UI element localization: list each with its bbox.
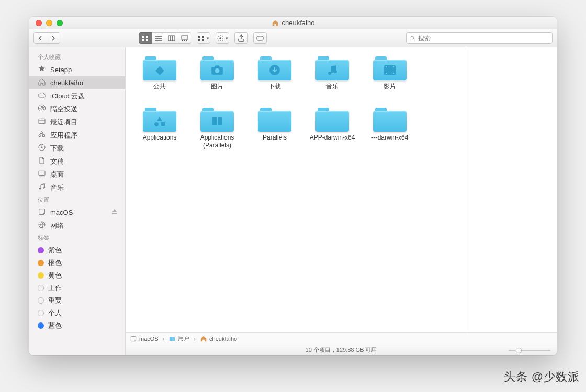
sidebar-item-label: iCloud 云盘: [50, 91, 119, 101]
eject-icon[interactable]: [110, 207, 119, 217]
folder-icon: [258, 107, 291, 132]
desktop-icon: [38, 169, 46, 179]
search-field[interactable]: [406, 32, 553, 44]
folder-item[interactable]: APP-darwin-x64: [303, 107, 361, 150]
folder-item[interactable]: Applications: [131, 107, 188, 150]
titlebar: cheukfaiho: [29, 17, 557, 29]
sidebar-item-label: 工作: [48, 283, 119, 293]
folder-label: Applications (Parallels): [190, 134, 245, 150]
view-column-button[interactable]: [165, 32, 178, 44]
svg-rect-9: [202, 36, 204, 38]
breadcrumb-item[interactable]: macOS: [130, 335, 159, 342]
svg-rect-13: [257, 36, 263, 40]
sidebar-item-iCloud 云盘[interactable]: iCloud 云盘: [29, 89, 125, 102]
folder-icon: [315, 55, 349, 80]
folder-item[interactable]: ---darwin-x64: [361, 107, 419, 150]
sidebar-item-label: 橙色: [48, 258, 119, 268]
folder-item[interactable]: Parallels: [246, 107, 303, 150]
folder-item[interactable]: 图片: [188, 55, 246, 91]
sidebar-item-隔空投送[interactable]: 隔空投送: [29, 102, 125, 116]
folder-icon: [200, 55, 234, 80]
close-button[interactable]: [36, 20, 42, 26]
svg-rect-1: [146, 36, 148, 38]
svg-rect-30: [386, 73, 387, 74]
breadcrumb-item[interactable]: 用户: [168, 335, 189, 342]
sidebar-item-label: 文稿: [50, 157, 119, 166]
sidebar-item-cheukfaiho[interactable]: cheukfaiho: [29, 76, 125, 89]
sidebar-item-黄色[interactable]: 黄色: [29, 269, 125, 282]
sidebar-item-应用程序[interactable]: 应用程序: [29, 129, 125, 142]
tag-dot-icon: [38, 322, 44, 329]
view-gallery-button[interactable]: [178, 32, 191, 44]
forward-button[interactable]: [47, 32, 60, 44]
sidebar-item-下载[interactable]: 下载: [29, 142, 125, 155]
svg-point-12: [219, 37, 221, 39]
folder-item[interactable]: ◆公共: [131, 55, 188, 91]
home-icon: [272, 19, 279, 27]
sidebar-item-音乐[interactable]: 音乐: [29, 181, 125, 194]
svg-rect-0: [142, 36, 144, 38]
setapp-icon: [38, 65, 46, 75]
share-button[interactable]: [234, 32, 248, 44]
breadcrumb-separator: [162, 336, 166, 342]
breadcrumb-separator: [193, 336, 197, 342]
svg-rect-10: [198, 39, 200, 41]
sidebar-item-label: 隔空投送: [50, 105, 119, 114]
sidebar-item-重要[interactable]: 重要: [29, 294, 125, 307]
sidebar-item-网络[interactable]: 网络: [29, 219, 125, 232]
folder-item[interactable]: 下载: [246, 55, 303, 91]
svg-rect-33: [212, 117, 217, 125]
svg-point-14: [411, 36, 414, 39]
folder-label: 下载: [268, 83, 281, 91]
folder-label: APP-darwin-x64: [310, 134, 355, 142]
sidebar-item-紫色[interactable]: 紫色: [29, 244, 125, 257]
minimize-button[interactable]: [46, 20, 52, 26]
documents-icon: [38, 156, 46, 166]
svg-rect-11: [202, 39, 204, 41]
tag-dot-icon: [38, 260, 44, 266]
sidebar-item-蓝色[interactable]: 蓝色: [29, 319, 125, 332]
network-icon: [38, 221, 46, 230]
sidebar-item-label: 黄色: [48, 271, 119, 280]
sidebar-item-个人[interactable]: 个人: [29, 307, 125, 319]
icon-size-slider[interactable]: [509, 347, 550, 354]
sidebar-item-工作[interactable]: 工作: [29, 282, 125, 294]
breadcrumb-item[interactable]: cheukfaiho: [200, 335, 237, 342]
svg-rect-34: [218, 117, 222, 125]
arrange-button[interactable]: [197, 32, 210, 44]
recent-icon: [38, 117, 46, 127]
sidebar-item-橙色[interactable]: 橙色: [29, 257, 125, 269]
sidebar-item-label: 个人: [48, 308, 119, 318]
view-icon-button[interactable]: [139, 32, 152, 44]
svg-rect-2: [142, 39, 144, 41]
svg-point-36: [134, 340, 135, 340]
folder-item[interactable]: Applications (Parallels): [188, 107, 246, 150]
sidebar-section-header: 位置: [29, 194, 125, 206]
sidebar-item-macOS[interactable]: macOS: [29, 206, 125, 219]
sidebar-item-最近项目[interactable]: 最近项目: [29, 116, 125, 129]
view-list-button[interactable]: [152, 32, 165, 44]
folder-item[interactable]: 音乐: [303, 55, 361, 91]
svg-rect-3: [146, 39, 148, 41]
search-input[interactable]: [418, 34, 549, 42]
sidebar-item-Setapp[interactable]: Setapp: [29, 63, 125, 76]
sidebar-item-label: 应用程序: [50, 131, 119, 140]
sidebar-item-label: 下载: [50, 144, 119, 153]
sidebar-item-label: 蓝色: [48, 321, 119, 330]
sidebar-item-label: 紫色: [48, 246, 119, 255]
svg-rect-29: [386, 66, 387, 67]
folder-label: 图片: [211, 83, 223, 91]
tag-dot-icon: [38, 285, 44, 291]
folder-item[interactable]: 影片: [361, 55, 419, 91]
tag-dot-icon: [38, 272, 44, 279]
fullscreen-button[interactable]: [57, 20, 63, 26]
back-button[interactable]: [33, 32, 47, 44]
folder-icon: [373, 55, 407, 80]
folder-label: Parallels: [263, 134, 287, 142]
sidebar-item-文稿[interactable]: 文稿: [29, 155, 125, 168]
sidebar-item-桌面[interactable]: 桌面: [29, 168, 125, 181]
sidebar: 个人收藏SetappcheukfaihoiCloud 云盘隔空投送最近项目应用程…: [29, 47, 126, 355]
tags-button[interactable]: [253, 32, 267, 44]
path-bar: macOS用户cheukfaiho: [126, 332, 557, 344]
action-button[interactable]: [216, 32, 229, 44]
